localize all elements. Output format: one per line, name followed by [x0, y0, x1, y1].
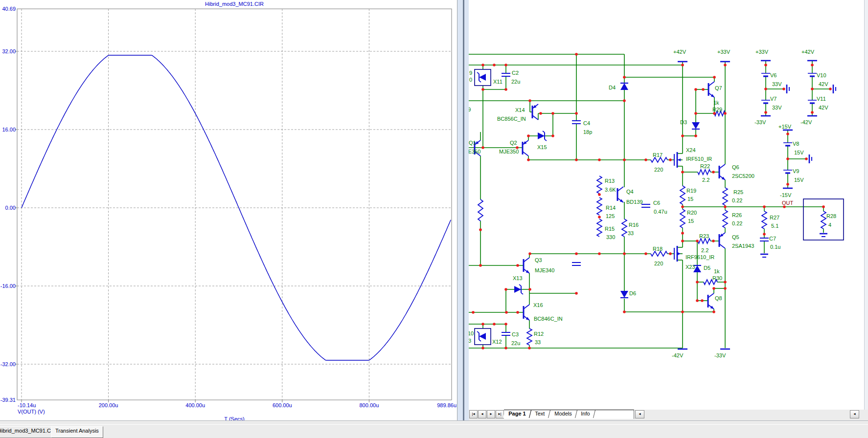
schematic-label[interactable]: 18p — [583, 129, 592, 135]
schematic-label[interactable]: 220 — [654, 261, 663, 266]
component-bjt[interactable] — [523, 152, 528, 156]
component-resistor[interactable] — [597, 197, 602, 215]
schematic-label[interactable]: R12 — [534, 331, 544, 337]
page-tab-page-1[interactable]: Page 1 — [503, 410, 531, 418]
schematic-label[interactable]: X11 — [493, 79, 503, 85]
schematic-label[interactable]: R26 — [732, 212, 742, 218]
schematic-label[interactable]: V11 — [817, 96, 826, 102]
page-tab-models[interactable]: Models — [549, 410, 577, 418]
schematic-label[interactable]: BC856C_IN — [497, 116, 526, 122]
component-resistor[interactable] — [597, 176, 602, 194]
schematic-label[interactable]: 0.1u — [770, 244, 780, 250]
schematic-label[interactable]: 125 — [606, 213, 615, 219]
tab-scroll-left-button[interactable]: ◂ — [635, 410, 644, 418]
schematic-label[interactable]: R15 — [605, 226, 615, 232]
schematic-label[interactable]: R14 — [606, 205, 616, 211]
mosfet-arrow[interactable] — [678, 252, 681, 255]
schematic-label[interactable]: R20 — [687, 210, 697, 216]
schematic-label[interactable]: R17 — [653, 152, 662, 158]
schematic-label[interactable]: 5.1 — [771, 223, 778, 229]
schematic-label[interactable]: D4 — [609, 85, 616, 90]
component-zener[interactable] — [519, 285, 521, 286]
component-resistor[interactable] — [821, 211, 826, 229]
schematic-label[interactable]: -42V — [672, 352, 684, 358]
schematic-label[interactable]: 42V — [819, 81, 828, 87]
component-zener[interactable] — [479, 333, 486, 340]
schematic-label[interactable]: R22 — [700, 163, 710, 169]
schematic-label[interactable]: 10 — [469, 330, 474, 336]
component-bjt[interactable] — [708, 82, 714, 86]
schematic-label[interactable]: R19 — [686, 188, 696, 194]
component-bjt[interactable] — [617, 187, 623, 191]
schematic-label[interactable]: 0 — [469, 77, 472, 83]
schematic-label[interactable]: Q3 — [535, 257, 542, 263]
schematic-label[interactable]: +33V — [717, 49, 731, 55]
schematic-label[interactable]: +42V — [801, 49, 815, 55]
component-zener[interactable] — [545, 139, 547, 141]
schematic-label[interactable]: 330 — [606, 234, 615, 240]
schematic-label[interactable]: 15V — [794, 177, 804, 183]
schematic-label[interactable]: C4 — [583, 120, 590, 126]
schematic-label[interactable]: D3 — [680, 119, 687, 125]
schematic-label[interactable]: 0.22 — [732, 197, 742, 203]
component-bjt[interactable] — [524, 305, 529, 309]
component-resistor[interactable] — [527, 328, 532, 345]
schematic-label[interactable]: -33V — [754, 119, 766, 125]
schematic-label[interactable]: +15V — [778, 124, 792, 130]
schematic-label[interactable]: X15 — [537, 144, 547, 150]
schematic-label[interactable]: 33 — [535, 339, 541, 345]
schematic-label[interactable]: Q8 — [715, 295, 722, 301]
component-resistor[interactable] — [698, 170, 710, 175]
schematic-label[interactable]: X24 — [686, 147, 696, 153]
plot-canvas[interactable] — [0, 0, 457, 420]
schematic-label[interactable]: -42V — [800, 119, 812, 125]
schematic-label[interactable]: 220 — [654, 167, 663, 173]
schematic-label[interactable]: 15V — [794, 150, 804, 155]
schematic-label[interactable]: R29 — [712, 107, 722, 112]
schematic-label[interactable]: V7 — [770, 96, 777, 102]
schematic-label[interactable]: C3 — [512, 331, 519, 337]
schematic-label[interactable]: 3 — [469, 338, 471, 344]
schematic-label[interactable]: Q6 — [732, 164, 739, 170]
component-diode[interactable] — [620, 83, 628, 90]
out-node-label[interactable]: OUT — [782, 200, 794, 206]
page-nav-button[interactable]: ▸ — [487, 410, 495, 418]
schematic-label[interactable]: 1k — [713, 100, 719, 106]
schematic-label[interactable]: X23 — [685, 264, 695, 270]
schematic-label[interactable]: 1k — [714, 268, 720, 274]
schematic-label[interactable]: BC846C_IN — [534, 316, 563, 322]
component-diode[interactable] — [620, 291, 628, 298]
schematic-label[interactable]: Q4 — [626, 189, 634, 195]
schematic-label[interactable]: BD139 — [626, 199, 643, 205]
schematic-label[interactable]: +33V — [755, 49, 769, 55]
schematic-label[interactable]: 22u — [511, 340, 520, 346]
schematic-label[interactable]: IRF9610_IR — [685, 254, 714, 260]
page-nav-button[interactable]: |◂ — [469, 410, 478, 418]
component-zener[interactable] — [479, 81, 481, 82]
schematic-label[interactable]: 42V — [819, 105, 828, 110]
schematic-label[interactable]: 33V — [772, 81, 782, 87]
schematic-label[interactable]: D5 — [704, 265, 710, 271]
component-zener[interactable] — [479, 340, 481, 341]
schematic-label[interactable]: R28 — [826, 213, 836, 219]
schematic-label[interactable]: MJE350 — [499, 149, 519, 154]
component-resistor[interactable] — [723, 210, 728, 228]
schematic-label[interactable]: V6 — [770, 72, 777, 78]
schematic-label[interactable]: 22u — [511, 79, 520, 85]
component-zener[interactable] — [514, 286, 521, 293]
schematic-label[interactable]: X16 — [533, 302, 543, 308]
schematic-label[interactable]: 2SC5200 — [732, 173, 754, 179]
component-resistor[interactable] — [680, 186, 685, 204]
schematic-canvas[interactable]: 90X11C222uX9Q1MJE350Q2MJE350X14BC856C_IN… — [469, 0, 864, 410]
schematic-label[interactable]: MJE340 — [535, 267, 554, 273]
component-zener[interactable] — [538, 132, 545, 139]
component-bjt[interactable] — [708, 293, 714, 298]
schematic-label[interactable]: 15 — [688, 218, 694, 224]
doc-tab-transient-analysis[interactable]: Transient Analysis — [51, 426, 103, 438]
schematic-label[interactable]: C7 — [769, 236, 776, 241]
component-zener[interactable] — [477, 72, 479, 74]
component-bjt[interactable] — [719, 164, 725, 169]
panel-splitter[interactable] — [457, 0, 469, 420]
transient-analysis-panel[interactable]: Hibrid_mod3_MC91.CIR V(OUT) (V) T (Secs)… — [0, 0, 457, 420]
schematic-label[interactable]: C2 — [512, 70, 519, 76]
